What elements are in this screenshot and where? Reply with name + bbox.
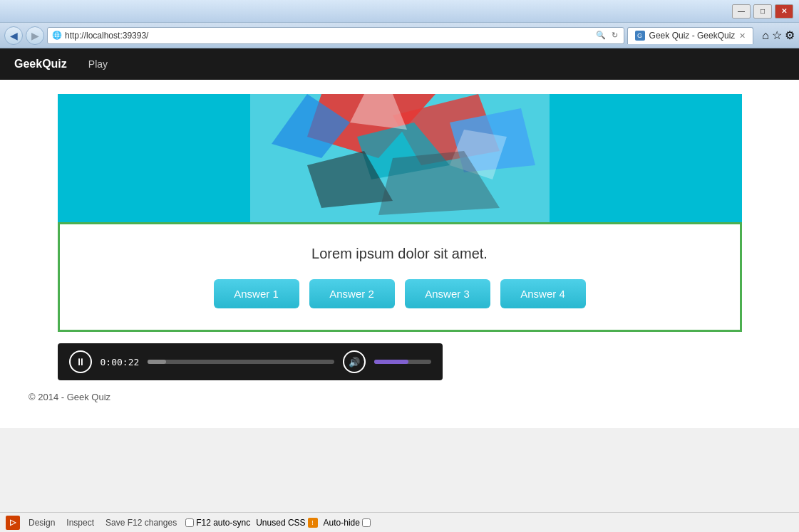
- quiz-image-area: [58, 94, 742, 222]
- maximize-button[interactable]: □: [753, 4, 772, 19]
- inspect-button[interactable]: Inspect: [63, 516, 97, 529]
- tab-favicon: G: [635, 31, 645, 41]
- autohide-checkbox[interactable]: [362, 518, 371, 527]
- save-button[interactable]: Save F12 changes: [103, 516, 180, 529]
- unused-css-label: Unused CSS: [256, 518, 305, 528]
- app-navbar: GeekQuiz Play: [0, 48, 799, 80]
- quiz-container: Lorem ipsum dolor sit amet. Answer 1 Ans…: [58, 94, 742, 380]
- answer-button-1[interactable]: Answer 1: [214, 279, 299, 308]
- volume-button[interactable]: 🔊: [343, 350, 366, 373]
- answer-button-4[interactable]: Answer 4: [500, 279, 586, 308]
- address-icon: 🌐: [52, 31, 62, 40]
- pause-button[interactable]: ⏸: [69, 350, 92, 373]
- address-bar[interactable]: 🌐 http://localhost:39393/ 🔍 ↻: [47, 27, 624, 44]
- answer-button-3[interactable]: Answer 3: [405, 279, 490, 308]
- pause-icon: ⏸: [76, 356, 86, 367]
- vs-logo: ▷: [6, 516, 20, 530]
- window-controls: — □ ✕: [732, 4, 793, 19]
- autohide-group: Auto-hide: [324, 518, 371, 528]
- favorites-icon[interactable]: ☆: [772, 28, 782, 42]
- settings-icon[interactable]: ⚙: [785, 28, 795, 42]
- quiz-answer-area: Lorem ipsum dolor sit amet. Answer 1 Ans…: [58, 222, 742, 332]
- quiz-answers: Answer 1 Answer 2 Answer 3 Answer 4: [74, 279, 726, 308]
- quiz-image: [250, 94, 550, 222]
- audio-player: ⏸ 0:00:22 🔊: [58, 343, 443, 380]
- tab-close-button[interactable]: ✕: [739, 31, 746, 41]
- autosync-checkbox[interactable]: [185, 518, 194, 527]
- address-actions: 🔍 ↻: [594, 31, 619, 40]
- autohide-label: Auto-hide: [324, 518, 360, 528]
- search-button[interactable]: 🔍: [594, 31, 607, 40]
- autosync-label: F12 auto-sync: [196, 518, 250, 528]
- copyright-text: © 2014 - Geek Quiz: [29, 392, 110, 402]
- close-button[interactable]: ✕: [775, 4, 793, 19]
- url-text: http://localhost:39393/: [65, 31, 594, 41]
- progress-fill: [148, 360, 166, 364]
- app-logo: GeekQuiz: [14, 58, 67, 71]
- browser-titlebar: — □ ✕: [0, 0, 799, 23]
- answer-button-2[interactable]: Answer 2: [309, 279, 395, 308]
- nav-play-link[interactable]: Play: [88, 58, 108, 70]
- volume-fill: [374, 360, 408, 364]
- quiz-question: Lorem ipsum dolor sit amet.: [74, 246, 726, 262]
- progress-track[interactable]: [148, 360, 334, 364]
- browser-tab[interactable]: G Geek Quiz - GeekQuiz ✕: [627, 27, 754, 44]
- volume-track[interactable]: [374, 360, 431, 364]
- tab-title: Geek Quiz - GeekQuiz: [649, 31, 736, 41]
- back-button[interactable]: ◀: [4, 26, 23, 45]
- warning-icon: !: [308, 518, 318, 528]
- refresh-button[interactable]: ↻: [610, 31, 619, 40]
- minimize-button[interactable]: —: [732, 4, 751, 19]
- browser-toolbar: ◀ ▶ 🌐 http://localhost:39393/ 🔍 ↻ G Geek…: [0, 23, 799, 48]
- autosync-group: F12 auto-sync: [185, 518, 250, 528]
- volume-icon: 🔊: [349, 357, 360, 367]
- time-display: 0:00:22: [100, 357, 140, 367]
- forward-icon: ▶: [31, 30, 39, 41]
- page-content: Lorem ipsum dolor sit amet. Answer 1 Ans…: [0, 80, 799, 428]
- back-icon: ◀: [10, 30, 18, 41]
- forward-button[interactable]: ▶: [26, 26, 44, 45]
- home-icon[interactable]: ⌂: [762, 29, 769, 42]
- page-footer: © 2014 - Geek Quiz: [14, 380, 785, 414]
- design-button[interactable]: Design: [26, 516, 58, 529]
- dev-toolbar: ▷ Design Inspect Save F12 changes F12 au…: [0, 512, 799, 532]
- unused-css-group: Unused CSS !: [256, 518, 317, 528]
